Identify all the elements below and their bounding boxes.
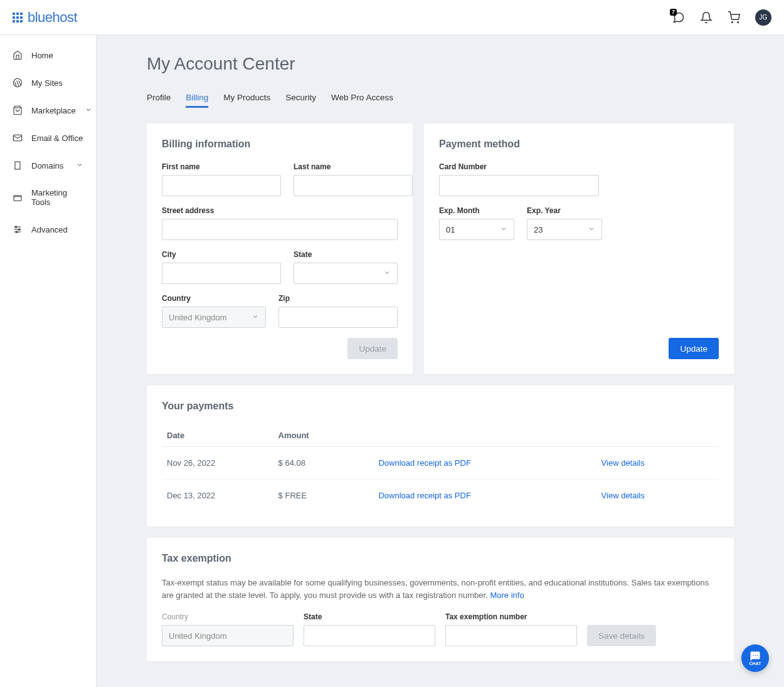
svg-point-1 [738,21,739,23]
svg-rect-5 [15,162,20,169]
view-details-link[interactable]: View details [601,491,645,500]
grid-icon [13,13,23,23]
chevron-down-icon [383,269,391,278]
tax-description: Tax-exempt status may be available for s… [162,577,719,601]
first-name-input[interactable] [162,175,281,196]
download-receipt-link[interactable]: Download receipt as PDF [378,458,470,468]
card-title: Billing information [162,139,398,150]
chat-icon [750,651,761,662]
account-tabs: Profile Billing My Products Security Web… [147,89,734,108]
sidebar-item-label: My Sites [31,78,63,88]
tax-number-input[interactable] [445,625,577,646]
brand-logo[interactable]: bluehost [13,9,77,26]
chevron-down-icon [85,106,92,115]
billing-info-card: Billing information First name Last name… [147,123,413,374]
save-details-button[interactable]: Save details [587,625,656,646]
chevron-down-icon [500,225,507,234]
sidebar-item-mysites[interactable]: My Sites [0,69,96,97]
chat-label: CHAT [750,661,761,666]
svg-rect-4 [13,135,21,140]
top-header: bluehost 7 JG [0,0,784,35]
state-select[interactable] [294,263,398,284]
col-date: Date [162,424,273,447]
exp-year-select[interactable]: 23 [527,219,602,240]
payment-date: Nov 26, 2022 [162,447,273,480]
tax-state-label: State [304,612,435,621]
col-amount: Amount [273,424,374,447]
sidebar-item-label: Home [31,51,53,60]
sidebar-item-label: Advanced [31,225,68,234]
avatar-initials: JG [760,14,768,21]
sidebar: Home My Sites Marketplace Email & Office… [0,35,97,687]
last-name-input[interactable] [294,175,413,196]
card-number-input[interactable] [439,175,599,196]
exp-month-label: Exp. Month [439,206,514,215]
payment-amount: $ 64.08 [273,447,374,480]
svg-rect-12 [14,196,21,201]
zip-input[interactable] [278,307,398,328]
brand-name: bluehost [28,9,77,26]
building-icon [13,160,23,170]
sidebar-item-marketplace[interactable]: Marketplace [0,97,96,124]
sidebar-item-label: Email & Office [31,134,83,143]
messages-icon[interactable]: 7 [672,11,685,24]
sidebar-item-label: Domains [31,161,63,170]
first-name-label: First name [162,162,281,171]
chat-button[interactable]: CHAT [741,644,769,672]
card-title: Your payments [162,401,719,412]
tab-myproducts[interactable]: My Products [223,89,270,108]
messages-badge: 7 [670,9,677,16]
tax-state-input[interactable] [304,625,435,646]
tax-exemption-card: Tax exemption Tax-exempt status may be a… [147,538,734,661]
bag-icon [13,105,23,115]
mail-icon [13,133,23,143]
sidebar-item-label: Marketing Tools [31,188,83,207]
chevron-down-icon [76,161,83,170]
payments-table: Date Amount Nov 26, 2022 $ 64.08 Downloa… [162,424,719,511]
tab-webpro[interactable]: Web Pro Access [331,89,393,108]
table-row: Nov 26, 2022 $ 64.08 Download receipt as… [162,447,719,480]
city-label: City [162,250,281,259]
home-icon [13,50,23,60]
sidebar-item-label: Marketplace [31,106,76,115]
exp-month-select[interactable]: 01 [439,219,514,240]
sidebar-item-advanced[interactable]: Advanced [0,216,96,243]
state-label: State [294,250,398,259]
sidebar-item-email[interactable]: Email & Office [0,124,96,152]
sidebar-item-domains[interactable]: Domains [0,152,96,179]
country-value: United Kingdom [169,313,227,322]
payment-amount: $ FREE [273,480,374,512]
payment-update-button[interactable]: Update [669,338,719,359]
more-info-link[interactable]: More info [490,590,524,600]
country-select[interactable]: United Kingdom [162,307,266,328]
sliders-icon [13,224,23,234]
tab-profile[interactable]: Profile [147,89,171,108]
header-actions: 7 JG [672,9,771,26]
payments-card: Your payments Date Amount Nov 26, 2022 $… [147,385,734,527]
main-content: My Account Center Profile Billing My Pro… [97,35,784,687]
tab-security[interactable]: Security [285,89,316,108]
tax-country-label: Country [162,612,294,621]
tax-number-label: Tax exemption number [445,612,577,621]
avatar[interactable]: JG [755,9,771,26]
sidebar-item-home[interactable]: Home [0,41,96,69]
city-input[interactable] [162,263,281,284]
street-input[interactable] [162,219,398,240]
exp-year-value: 23 [534,225,543,234]
tax-country-select: United Kingdom [162,625,294,646]
card-title: Payment method [439,139,719,150]
last-name-label: Last name [294,162,413,171]
country-label: Country [162,294,266,303]
bell-icon[interactable] [700,11,712,24]
zip-label: Zip [278,294,398,303]
payment-date: Dec 13, 2022 [162,480,273,512]
view-details-link[interactable]: View details [601,458,645,468]
tab-billing[interactable]: Billing [186,89,208,108]
exp-year-label: Exp. Year [527,206,602,215]
cart-icon[interactable] [728,11,740,24]
sidebar-item-marketing[interactable]: Marketing Tools [0,179,96,216]
billing-update-button[interactable]: Update [347,338,398,359]
box-icon [13,192,23,202]
download-receipt-link[interactable]: Download receipt as PDF [378,491,470,500]
card-number-label: Card Number [439,162,599,171]
